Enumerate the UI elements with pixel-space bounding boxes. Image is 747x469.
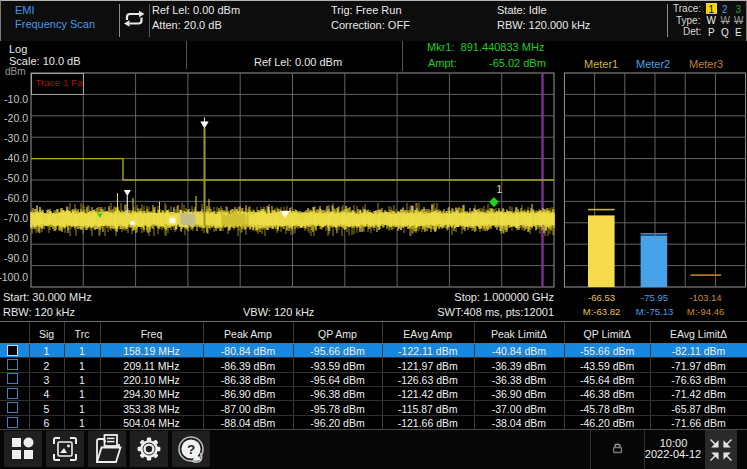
svg-text:?: ?: [187, 442, 195, 457]
